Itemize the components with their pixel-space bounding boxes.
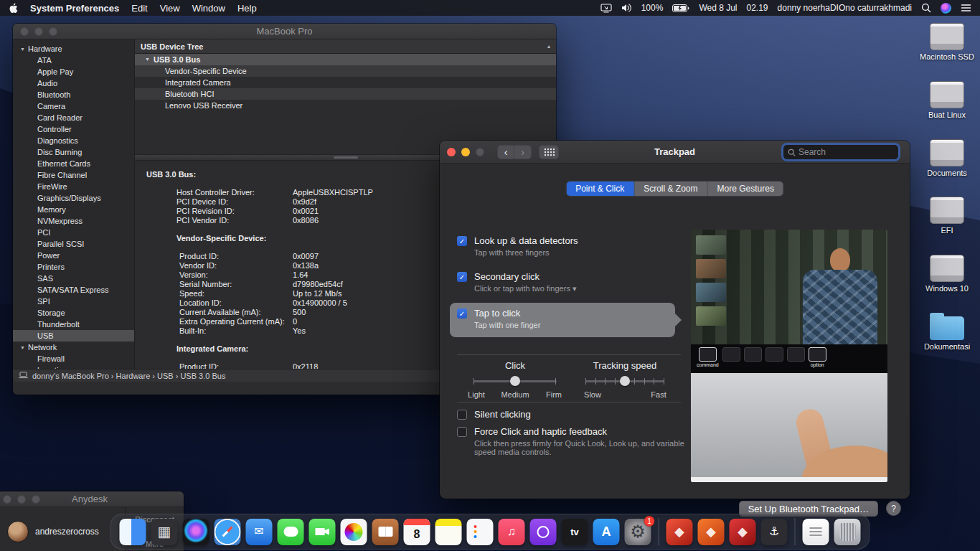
minimize-button[interactable] bbox=[461, 148, 470, 156]
dock-trash[interactable] bbox=[834, 519, 861, 545]
dock-calendar[interactable]: 8 bbox=[404, 519, 430, 545]
sidebar-item-diagnostics[interactable]: Diagnostics bbox=[13, 135, 134, 146]
disclosure-triangle-icon[interactable]: ▼ bbox=[20, 345, 25, 350]
sidebar-item-apple-pay[interactable]: Apple Pay bbox=[13, 66, 134, 77]
dock-game-red-1[interactable]: ◆ bbox=[666, 519, 693, 545]
dock-notes[interactable] bbox=[435, 519, 462, 545]
dock-facetime[interactable] bbox=[309, 519, 336, 545]
dock-books[interactable] bbox=[372, 519, 399, 545]
tree-item-bluetooth-hci[interactable]: Bluetooth HCI bbox=[135, 88, 556, 100]
spotlight-icon[interactable] bbox=[921, 3, 931, 13]
sidebar-item-firewall[interactable]: Firewall bbox=[13, 353, 134, 364]
dock-siri[interactable] bbox=[183, 519, 209, 545]
option-sublabel[interactable]: Click or tap with two fingers ▾ bbox=[474, 284, 576, 293]
desktop-icon-efi[interactable]: EFI bbox=[917, 197, 977, 236]
option-look-up-data-detectors[interactable]: ✓ Look up & data detectors Tap with thre… bbox=[457, 235, 578, 257]
search-input[interactable] bbox=[798, 147, 885, 157]
sidebar-item-disc-burning[interactable]: Disc Burning bbox=[13, 146, 134, 158]
sidebar-item-camera[interactable]: Camera bbox=[13, 100, 134, 112]
checkbox-secondary-click[interactable]: ✓ bbox=[457, 272, 467, 282]
menubar-date[interactable]: Wed 8 Jul bbox=[699, 3, 737, 13]
click-slider[interactable]: Light Medium Firm bbox=[473, 376, 557, 386]
option-tap-to-click[interactable]: ✓ Tap to click Tap with one finger bbox=[457, 308, 540, 329]
forward-button[interactable]: › bbox=[514, 145, 532, 159]
sidebar-group-hardware[interactable]: ▼Hardware bbox=[13, 43, 134, 55]
sidebar-item-fibre-channel[interactable]: Fibre Channel bbox=[13, 169, 134, 181]
search-field[interactable] bbox=[783, 145, 898, 159]
dock-photos[interactable] bbox=[341, 519, 367, 545]
notification-center-icon[interactable] bbox=[961, 4, 971, 12]
dock-reminders[interactable] bbox=[467, 519, 494, 545]
help-button[interactable]: ? bbox=[886, 501, 901, 516]
tree-item-integrated-camera[interactable]: Integrated Camera bbox=[135, 77, 556, 88]
tab-more-gestures[interactable]: More Gestures bbox=[708, 182, 783, 196]
sidebar-item-audio[interactable]: Audio bbox=[13, 77, 134, 89]
tab-scroll-and-zoom[interactable]: Scroll & Zoom bbox=[634, 182, 707, 196]
menu-view[interactable]: View bbox=[160, 3, 180, 14]
volume-icon[interactable] bbox=[621, 4, 632, 12]
sidebar-item-firewire[interactable]: FireWire bbox=[13, 181, 134, 192]
menubar-time[interactable]: 02.19 bbox=[747, 3, 768, 13]
sidebar-item-graphics-displays[interactable]: Graphics/Displays bbox=[13, 192, 134, 204]
slider-knob[interactable] bbox=[620, 376, 630, 386]
sidebar-item-spi[interactable]: SPI bbox=[13, 296, 134, 307]
usb-device-tree-header[interactable]: USB Device Tree ▴ bbox=[135, 39, 556, 54]
tracking-speed-slider[interactable]: Slow Fast bbox=[585, 376, 664, 386]
battery-percent[interactable]: 100% bbox=[641, 3, 664, 13]
menu-window[interactable]: Window bbox=[192, 3, 225, 14]
tab-point-and-click[interactable]: Point & Click bbox=[566, 182, 634, 196]
anydesk-titlebar[interactable]: Anydesk bbox=[0, 491, 184, 507]
close-button[interactable] bbox=[447, 148, 456, 156]
sidebar-item-printers[interactable]: Printers bbox=[13, 261, 134, 273]
zoom-button[interactable] bbox=[476, 148, 484, 156]
back-button[interactable]: ‹ bbox=[497, 145, 514, 159]
sidebar-item-power[interactable]: Power bbox=[13, 250, 134, 261]
active-app-name[interactable]: System Preferences bbox=[30, 3, 119, 14]
minimize-button[interactable] bbox=[34, 27, 43, 36]
trackpad-titlebar[interactable]: ‹ › Trackpad bbox=[440, 141, 910, 164]
user-menu[interactable]: donny noerhaDIOno caturrakhmadi bbox=[778, 3, 912, 13]
dock-anchor-app[interactable]: ⚓ bbox=[761, 519, 788, 545]
tree-item-vendor-specific-device[interactable]: Vendor-Specific Device bbox=[135, 65, 556, 77]
sidebar-item-memory[interactable]: Memory bbox=[13, 204, 134, 215]
tree-item-usb-3-0-bus[interactable]: ▼ USB 3.0 Bus bbox=[135, 54, 556, 65]
sidebar-item-pci[interactable]: PCI bbox=[13, 227, 134, 238]
dock-game-red-2[interactable]: ◆ bbox=[698, 519, 725, 545]
sidebar-group-network[interactable]: ▼Network bbox=[13, 342, 134, 353]
sidebar-item-nvmexpress[interactable]: NVMexpress bbox=[13, 215, 134, 227]
menu-edit[interactable]: Edit bbox=[131, 3, 147, 14]
sidebar-item-ata[interactable]: ATA bbox=[13, 55, 134, 66]
disclosure-triangle-icon[interactable]: ▼ bbox=[145, 54, 150, 65]
dock-music[interactable]: ♫ bbox=[499, 519, 525, 545]
dock-documents-stack[interactable] bbox=[803, 519, 829, 545]
chevron-down-icon[interactable]: ▾ bbox=[573, 284, 577, 293]
option-secondary-click[interactable]: ✓ Secondary click Click or tap with two … bbox=[457, 271, 576, 293]
checkbox-force-click[interactable] bbox=[457, 427, 467, 437]
desktop-icon-dokumentasi[interactable]: Dokumentasi bbox=[917, 313, 977, 352]
dock-launchpad[interactable]: ▦ bbox=[151, 519, 178, 545]
siri-icon[interactable] bbox=[941, 3, 951, 14]
sidebar-item-sas[interactable]: SAS bbox=[13, 273, 134, 284]
sidebar-item-thunderbolt[interactable]: Thunderbolt bbox=[13, 319, 134, 330]
sidebar-item-locations[interactable]: Locations bbox=[13, 364, 134, 369]
dock-system-preferences[interactable]: ⚙1 bbox=[625, 519, 651, 545]
slider-knob[interactable] bbox=[510, 376, 520, 386]
sidebar-item-controller[interactable]: Controller bbox=[13, 123, 134, 135]
dock-app-store[interactable]: A bbox=[593, 519, 620, 545]
close-button[interactable] bbox=[3, 495, 11, 504]
sidebar-item-bluetooth[interactable]: Bluetooth bbox=[13, 89, 134, 100]
desktop-icon-macintosh-ssd[interactable]: Macintosh SSD bbox=[917, 23, 977, 62]
zoom-button[interactable] bbox=[32, 495, 40, 504]
sidebar-item-parallel-scsi[interactable]: Parallel SCSI bbox=[13, 238, 134, 250]
apple-menu-icon[interactable] bbox=[9, 3, 18, 14]
sysinfo-titlebar[interactable]: MacBook Pro bbox=[13, 24, 556, 39]
dock-finder[interactable] bbox=[120, 519, 146, 545]
checkbox-look-up[interactable]: ✓ bbox=[457, 236, 467, 246]
option-force-click[interactable]: Force Click and haptic feedback Click th… bbox=[457, 426, 689, 456]
dock-game-red-3[interactable]: ◆ bbox=[730, 519, 756, 545]
desktop-icon-buat-linux[interactable]: Buat Linux bbox=[917, 81, 977, 121]
dock-podcasts[interactable] bbox=[530, 519, 557, 545]
dock-tv[interactable]: tv bbox=[562, 519, 588, 545]
breadcrumb[interactable]: donny’s MacBook Pro › Hardware › USB › U… bbox=[32, 372, 225, 380]
battery-icon[interactable] bbox=[672, 4, 689, 12]
